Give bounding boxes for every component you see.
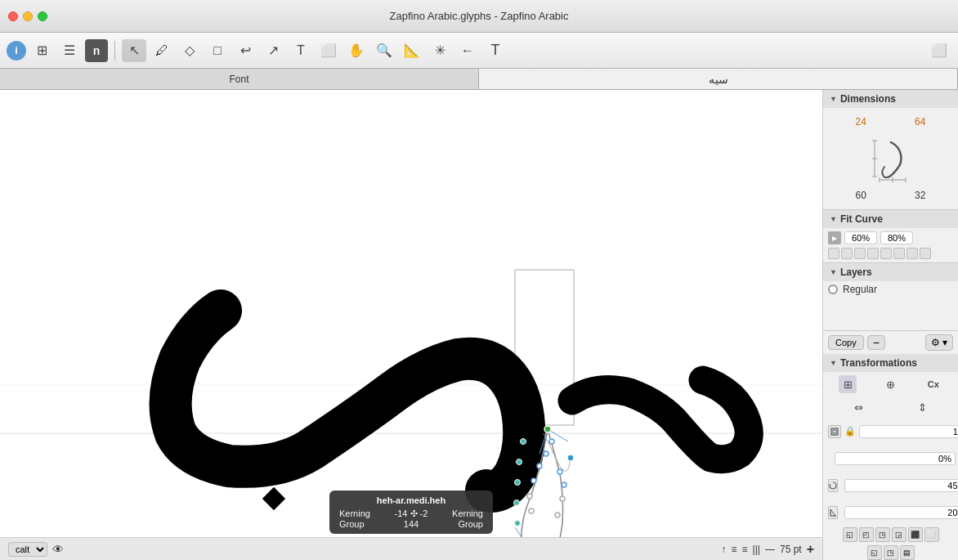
text-tool[interactable]: T: [289, 39, 313, 62]
pointer-icon[interactable]: ↑: [722, 544, 727, 555]
svg-point-14: [527, 494, 532, 499]
svg-point-10: [549, 439, 554, 444]
align-right-icon[interactable]: ≡: [742, 544, 748, 555]
svg-point-24: [514, 500, 520, 506]
tg-btn-6[interactable]: ⬜: [924, 527, 939, 542]
fit-curve-play-button[interactable]: ▶: [828, 231, 841, 244]
info-button[interactable]: i: [7, 41, 26, 60]
svg-point-25: [515, 521, 521, 526]
tab-glyph[interactable]: سيه: [479, 69, 958, 89]
fit-dot-2[interactable]: [841, 248, 853, 259]
scale-lock[interactable]: 🔒: [844, 426, 856, 437]
fit-dot-5[interactable]: [880, 248, 892, 259]
box-tool[interactable]: ⬜: [316, 39, 341, 62]
measure-tool[interactable]: 📐: [400, 39, 424, 62]
eye-icon[interactable]: 👁: [52, 543, 64, 556]
minimize-button[interactable]: [23, 11, 33, 21]
dimensions-section: ▼ Dimensions 24 64: [823, 90, 958, 210]
star-tool[interactable]: ✳: [428, 39, 452, 62]
rect-tool[interactable]: □: [205, 39, 230, 62]
scale-input[interactable]: [859, 425, 958, 438]
flip-h-button[interactable]: ⇔: [849, 398, 867, 416]
fit-curve-input-2[interactable]: [880, 231, 913, 244]
fit-dot-7[interactable]: [907, 248, 918, 259]
bars-icon[interactable]: |||: [753, 544, 760, 555]
tg-btn-3[interactable]: ◳: [875, 527, 890, 542]
tab-font[interactable]: Font: [0, 69, 479, 89]
fit-curve-header[interactable]: ▼ Fit Curve: [823, 210, 958, 228]
fit-dot-3[interactable]: [854, 248, 866, 259]
hand-tool[interactable]: ✋: [344, 39, 369, 62]
sidebar-toggle[interactable]: ⬜: [927, 39, 951, 62]
separator-1: [114, 41, 115, 60]
canvas-area[interactable]: heh-ar.medi.heh Kerning -14 ✣ -2 Kerning…: [0, 90, 822, 560]
gear-button[interactable]: ⚙ ▾: [925, 334, 953, 351]
fit-curve-input-1[interactable]: [844, 231, 877, 244]
titlebar: Zapfino Arabic.glyphs - Zapfino Arabic: [0, 0, 958, 33]
pen-tool[interactable]: 🖊: [150, 39, 174, 62]
dimensions-triangle: ▼: [830, 95, 837, 103]
window-title: Zapfino Arabic.glyphs - Zapfino Arabic: [390, 10, 569, 22]
dash-icon[interactable]: —: [765, 544, 775, 555]
svg-point-18: [562, 482, 566, 487]
prev-button[interactable]: ←: [455, 39, 480, 62]
layers-empty-space: [823, 298, 958, 330]
tg-btn-2[interactable]: ◰: [859, 527, 874, 542]
maximize-button[interactable]: [38, 11, 47, 21]
tg-btn-7[interactable]: ◱: [867, 545, 882, 560]
slant-input[interactable]: [844, 506, 958, 519]
smooth-tool[interactable]: ↗: [261, 39, 285, 62]
layers-header[interactable]: ▼ Layers: [823, 263, 958, 281]
align-left-icon[interactable]: ≡: [732, 544, 737, 555]
dim-bottom-right: 32: [915, 190, 925, 201]
select-tool[interactable]: ↖: [122, 39, 146, 62]
align-tc-button[interactable]: ⊕: [881, 375, 899, 393]
zoom-plus[interactable]: +: [807, 542, 814, 557]
align-tl-button[interactable]: ⊞: [839, 375, 857, 393]
copy-button[interactable]: Copy: [828, 335, 864, 350]
dim-bottom-left: 60: [856, 190, 866, 201]
kerning-value: -14 ✣ -2: [395, 508, 428, 519]
calt-select[interactable]: calt: [8, 542, 47, 557]
svg-point-9: [544, 426, 551, 432]
layer-regular[interactable]: Regular: [823, 281, 958, 298]
fit-dot-4[interactable]: [867, 248, 879, 259]
tg-btn-5[interactable]: ⬛: [908, 527, 923, 542]
group-left-label: Group: [339, 519, 365, 529]
copy-row: Copy − ⚙ ▾: [823, 331, 958, 354]
svg-line-39: [830, 509, 835, 516]
close-button[interactable]: [8, 11, 18, 21]
undo-button[interactable]: ↩: [233, 39, 257, 62]
transform-icons-row-1: ⊞ ⊕ Cx: [823, 372, 958, 395]
text-tool-2[interactable]: T: [483, 39, 508, 62]
skew-input[interactable]: [835, 452, 956, 465]
svg-point-11: [544, 451, 548, 456]
transform-grid-row-2: ◱ ◳ ▤: [823, 544, 958, 560]
dimensions-label: Dimensions: [840, 93, 896, 105]
shape-tool[interactable]: ◇: [177, 39, 202, 62]
flip-v-button[interactable]: ⇕: [914, 398, 932, 416]
list-view-button[interactable]: ☰: [57, 39, 82, 62]
grid-view-button[interactable]: ⊞: [29, 39, 54, 62]
align-cx-button[interactable]: Cx: [924, 375, 942, 393]
svg-point-17: [557, 469, 562, 474]
dimensions-header[interactable]: ▼ Dimensions: [823, 90, 958, 108]
transformations-section: ▼ Transformations ⊞ ⊕ Cx ⇔ ⇕: [823, 354, 958, 560]
fit-dot-1[interactable]: [828, 248, 839, 259]
bottom-bar-left: calt 👁: [8, 542, 64, 557]
tg-btn-1[interactable]: ◱: [843, 527, 857, 542]
minus-button[interactable]: −: [867, 335, 885, 351]
layer-name: Regular: [843, 284, 877, 295]
fit-dot-8[interactable]: [920, 248, 931, 259]
rotate-row: ▲ ▼: [823, 472, 958, 499]
tg-btn-8[interactable]: ◳: [884, 545, 898, 560]
tg-btn-4[interactable]: ◲: [892, 527, 907, 542]
transformations-header[interactable]: ▼ Transformations: [823, 354, 958, 372]
tg-btn-9[interactable]: ▤: [900, 545, 915, 560]
tabbar: Font سيه: [0, 69, 958, 90]
fit-curve-section: ▼ Fit Curve ▶: [823, 210, 958, 263]
group-right-label: Group: [458, 519, 483, 529]
zoom-tool[interactable]: 🔍: [372, 39, 396, 62]
rotate-input[interactable]: [844, 479, 958, 492]
fit-dot-6[interactable]: [893, 248, 905, 259]
